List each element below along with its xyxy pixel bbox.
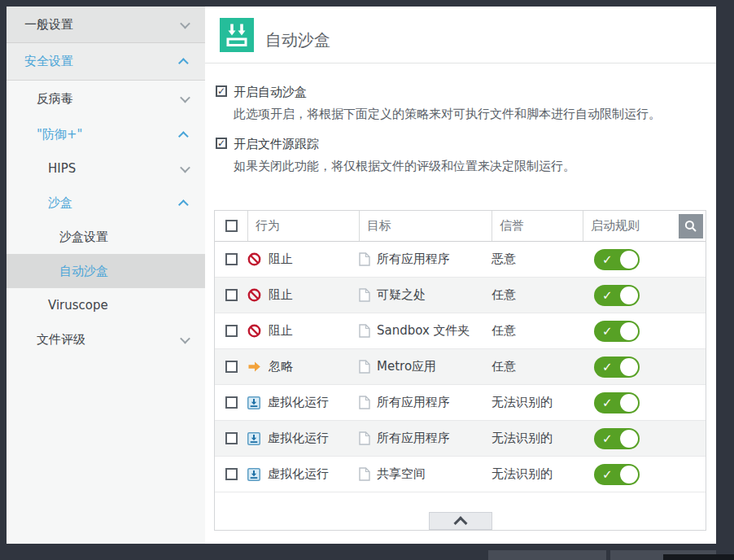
search-icon bbox=[684, 220, 697, 233]
table-row[interactable]: 阻止 可疑之处 任意 ✓ bbox=[215, 278, 706, 313]
file-icon bbox=[359, 431, 370, 445]
sidebar-item-sandbox[interactable]: 沙盒 bbox=[7, 186, 205, 220]
column-header-target[interactable]: 目标 bbox=[359, 211, 492, 241]
chevron-down-icon bbox=[180, 93, 190, 103]
chevron-up-icon bbox=[178, 199, 189, 210]
search-button[interactable] bbox=[679, 214, 703, 238]
window-bottom-bar bbox=[0, 544, 734, 560]
sidebar-item-file-rating[interactable]: 文件评级 bbox=[7, 322, 205, 357]
table-row[interactable]: 忽略 Metro应用 任意 ✓ bbox=[215, 349, 706, 385]
sidebar-item-hips[interactable]: HIPS bbox=[7, 151, 205, 186]
file-icon bbox=[359, 396, 370, 409]
reputation-label: 任意 bbox=[492, 287, 583, 303]
sandbox-icon bbox=[220, 18, 254, 52]
action-label: 阻止 bbox=[269, 252, 293, 267]
sidebar-item-general-settings[interactable]: 一般设置 bbox=[7, 7, 205, 43]
toggle-knob bbox=[620, 394, 638, 412]
option-label: 开启自动沙盒 bbox=[234, 85, 716, 100]
toggle-knob bbox=[620, 287, 638, 304]
sandbox-rules-table: 行为 目标 信誉 启动规则 阻止 bbox=[214, 210, 706, 531]
virtualize-icon bbox=[247, 396, 260, 409]
ok-button[interactable] bbox=[488, 550, 606, 560]
page-header: 自动沙盒 bbox=[205, 7, 716, 63]
table-row[interactable]: 虚拟化运行 共享空间 无法识别的 ✓ bbox=[215, 457, 706, 492]
virtualize-icon bbox=[247, 468, 260, 481]
action-label: 阻止 bbox=[269, 287, 293, 303]
column-header-action[interactable]: 行为 bbox=[247, 211, 359, 241]
rule-enabled-toggle[interactable]: ✓ bbox=[594, 464, 640, 485]
rule-enabled-toggle[interactable]: ✓ bbox=[594, 357, 640, 378]
sidebar-item-label: 安全设置 bbox=[24, 54, 73, 69]
file-icon bbox=[359, 467, 370, 481]
reputation-label: 任意 bbox=[492, 323, 583, 339]
block-icon bbox=[247, 252, 261, 266]
toggle-knob bbox=[620, 322, 638, 340]
enable-file-source-tracking-checkbox[interactable]: ✓ bbox=[216, 138, 227, 149]
content-panel: 自动沙盒 ✓ 开启自动沙盒 此选项开启，将根据下面定义的策略来对可执行文件和脚本… bbox=[205, 7, 716, 544]
reputation-label: 无法识别的 bbox=[492, 395, 583, 410]
target-label: 可疑之处 bbox=[377, 287, 426, 303]
settings-sidebar: 一般设置 安全设置 反病毒 "防御+" HIPS 沙盒 沙盒设置 自动沙盒 bbox=[7, 7, 205, 544]
sidebar-item-label: 沙盒设置 bbox=[59, 230, 108, 245]
button-shadow bbox=[663, 554, 734, 560]
target-label: 所有应用程序 bbox=[377, 431, 450, 446]
ignore-icon bbox=[247, 361, 261, 373]
block-icon bbox=[247, 288, 261, 302]
chevron-down-icon bbox=[180, 162, 190, 173]
action-label: 虚拟化运行 bbox=[268, 466, 329, 482]
sidebar-item-label: 沙盒 bbox=[48, 195, 72, 211]
toggle-knob bbox=[620, 466, 638, 483]
target-label: Sandbox 文件夹 bbox=[377, 323, 470, 339]
chevron-up-icon bbox=[178, 58, 189, 68]
option-enable-file-source-tracking: ✓ 开启文件源跟踪 如果关闭此功能，将仅根据文件的评级和位置来决定限制运行。 bbox=[205, 137, 716, 174]
rule-enabled-toggle[interactable]: ✓ bbox=[594, 392, 640, 413]
row-checkbox[interactable] bbox=[225, 325, 238, 337]
reputation-label: 无法识别的 bbox=[492, 431, 583, 446]
table-row[interactable]: 阻止 所有应用程序 恶意 ✓ bbox=[215, 242, 706, 278]
file-icon bbox=[359, 252, 370, 266]
sidebar-item-auto-sandbox[interactable]: 自动沙盒 bbox=[7, 254, 205, 288]
sidebar-item-label: 文件评级 bbox=[37, 332, 85, 348]
file-icon bbox=[359, 360, 370, 374]
select-all-checkbox[interactable] bbox=[225, 220, 238, 232]
table-row[interactable]: 虚拟化运行 所有应用程序 无法识别的 ✓ bbox=[215, 385, 706, 421]
sidebar-item-viruscope[interactable]: Viruscope bbox=[7, 288, 205, 322]
enable-auto-sandbox-checkbox[interactable]: ✓ bbox=[216, 85, 227, 97]
toggle-knob bbox=[620, 430, 638, 448]
option-enable-auto-sandbox: ✓ 开启自动沙盒 此选项开启，将根据下面定义的策略来对可执行文件和脚本进行自动限… bbox=[205, 85, 716, 122]
row-checkbox[interactable] bbox=[225, 253, 238, 265]
option-description: 此选项开启，将根据下面定义的策略来对可执行文件和脚本进行自动限制运行。 bbox=[234, 106, 699, 122]
sidebar-item-label: 一般设置 bbox=[24, 17, 73, 33]
settings-window: 一般设置 安全设置 反病毒 "防御+" HIPS 沙盒 沙盒设置 自动沙盒 bbox=[7, 7, 716, 544]
table-row[interactable]: 虚拟化运行 所有应用程序 无法识别的 ✓ bbox=[215, 421, 706, 457]
table-header-row: 行为 目标 信誉 启动规则 bbox=[215, 211, 706, 242]
row-checkbox[interactable] bbox=[225, 289, 238, 301]
chevron-up-icon bbox=[178, 131, 189, 142]
row-checkbox[interactable] bbox=[225, 361, 238, 373]
action-label: 虚拟化运行 bbox=[268, 431, 329, 446]
sidebar-item-antivirus[interactable]: 反病毒 bbox=[7, 81, 205, 117]
rule-enabled-toggle[interactable]: ✓ bbox=[594, 249, 640, 270]
collapse-table-button[interactable] bbox=[429, 512, 492, 530]
reputation-label: 恶意 bbox=[492, 252, 583, 267]
rule-enabled-toggle[interactable]: ✓ bbox=[594, 321, 640, 342]
sidebar-item-sandbox-settings[interactable]: 沙盒设置 bbox=[7, 220, 205, 254]
row-checkbox[interactable] bbox=[225, 396, 238, 409]
toggle-knob bbox=[620, 251, 638, 269]
sidebar-item-label: 反病毒 bbox=[37, 91, 73, 107]
target-label: 共享空间 bbox=[377, 466, 426, 482]
option-description: 如果关闭此功能，将仅根据文件的评级和位置来决定限制运行。 bbox=[234, 158, 699, 174]
target-label: Metro应用 bbox=[377, 359, 436, 374]
chevron-down-icon bbox=[180, 18, 190, 28]
sidebar-item-security-settings[interactable]: 安全设置 bbox=[7, 43, 205, 81]
table-row[interactable]: 阻止 Sandbox 文件夹 任意 ✓ bbox=[215, 313, 706, 349]
row-checkbox[interactable] bbox=[225, 432, 238, 444]
rule-enabled-toggle[interactable]: ✓ bbox=[594, 428, 640, 449]
sidebar-item-defense-plus[interactable]: "防御+" bbox=[7, 117, 205, 151]
reputation-label: 任意 bbox=[492, 359, 583, 374]
column-header-reputation[interactable]: 信誉 bbox=[492, 211, 583, 241]
sidebar-item-label: HIPS bbox=[48, 161, 76, 176]
rule-enabled-toggle[interactable]: ✓ bbox=[594, 285, 640, 306]
page-title: 自动沙盒 bbox=[265, 29, 330, 51]
row-checkbox[interactable] bbox=[225, 468, 238, 480]
